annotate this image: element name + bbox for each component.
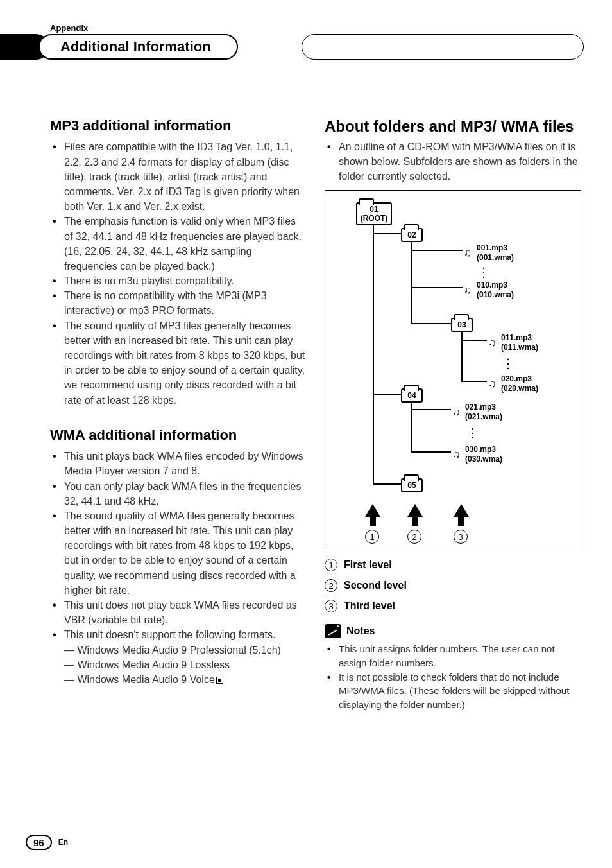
mp3-heading: MP3 additional information: [50, 117, 307, 134]
tree-line: [411, 250, 463, 251]
file-021: 021.mp3(021.wma): [452, 403, 502, 421]
page-number: 96: [26, 835, 52, 850]
up-arrow-icon: [407, 504, 423, 517]
tree-line: [461, 340, 487, 341]
tree-line: [411, 241, 412, 324]
folder-05: 05: [401, 478, 423, 492]
right-heading: About folders and MP3/ WMA files: [325, 117, 581, 135]
wma-sub-item: — Windows Media Audio 9 Voice: [50, 672, 307, 687]
level-legend: 1 First level 2 Second level 3 Third lev…: [325, 559, 581, 612]
circled-number: 1: [325, 559, 337, 571]
folder-tree-diagram: 01(ROOT) 02 03 04 05 001.mp3(001.wma) ··…: [325, 190, 581, 548]
left-column: MP3 additional information Files are com…: [50, 117, 307, 712]
list-item: You can only play back WMA files in the …: [50, 479, 307, 508]
list-item: This unit doesn't support the following …: [50, 627, 307, 642]
notes-heading: Notes: [325, 624, 581, 638]
list-item: The sound quality of MP3 files generally…: [50, 318, 307, 408]
intro-list: An outline of a CD-ROM with MP3/WMA file…: [325, 139, 581, 184]
music-note-icon: [464, 248, 474, 258]
level-label: Third level: [344, 600, 395, 612]
list-item: This unit does not play back WMA files r…: [50, 598, 307, 627]
level-row: 2 Second level: [325, 579, 581, 592]
up-arrow-icon: [365, 504, 380, 517]
notes-label: Notes: [346, 625, 375, 637]
vertical-dots-icon: ···: [471, 427, 473, 440]
list-item: Files are compatible with the ID3 Tag Ve…: [50, 139, 307, 214]
wma-heading: WMA additional information: [50, 427, 307, 444]
wma-sub-item: — Windows Media Audio 9 Professional (5.…: [50, 643, 307, 657]
file-030: 030.mp3(030.wma): [452, 445, 502, 464]
file-011: 011.mp3(011.wma): [488, 333, 538, 352]
level-label: Second level: [344, 580, 407, 591]
folder-03: 03: [451, 318, 473, 332]
circled-number: 3: [325, 600, 337, 612]
list-item: This unit plays back WMA files encoded b…: [50, 449, 307, 478]
list-item: The emphasis function is valid only when…: [50, 214, 307, 273]
tree-line: [373, 224, 374, 485]
wma-sub-item: — Windows Media Audio 9 Lossless: [50, 657, 307, 672]
pencil-icon: [325, 624, 341, 638]
list-item: This unit assigns folder numbers. The us…: [325, 642, 581, 670]
music-note-icon: [452, 449, 463, 460]
right-column: About folders and MP3/ WMA files An outl…: [325, 117, 581, 712]
notes-list: This unit assigns folder numbers. The us…: [325, 642, 581, 712]
tree-line: [411, 409, 451, 410]
tree-line: [461, 331, 463, 382]
level-row: 1 First level: [325, 559, 581, 571]
music-note-icon: [464, 285, 474, 295]
file-020: 020.mp3(020.wma): [488, 374, 538, 393]
tree-line: [411, 323, 451, 324]
title-tab-row: Additional Information: [0, 34, 612, 60]
file-010: 010.mp3(010.wma): [464, 281, 514, 299]
tree-line: [461, 381, 487, 382]
page-header: Appendix Additional Information: [0, 0, 612, 60]
end-section-icon: [216, 677, 223, 684]
level-marker-2: 2: [407, 530, 421, 544]
list-item: The sound quality of WMA files generally…: [50, 508, 307, 598]
level-marker-1: 1: [365, 530, 379, 544]
page-title: Additional Information: [60, 39, 211, 55]
appendix-label: Appendix: [50, 23, 612, 33]
file-001: 001.mp3(001.wma): [464, 243, 514, 262]
music-note-icon: [488, 338, 498, 348]
level-row: 3 Third level: [325, 600, 581, 612]
wma-bullet-list: This unit plays back WMA files encoded b…: [50, 449, 307, 642]
music-note-icon: [488, 379, 498, 389]
tree-line: [373, 233, 401, 234]
folder-root: 01(ROOT): [356, 202, 392, 225]
music-note-icon: [452, 407, 463, 417]
language-label: En: [58, 838, 68, 847]
vertical-dots-icon: ···: [507, 358, 509, 371]
circled-number: 2: [325, 579, 337, 592]
up-arrow-icon: [454, 504, 469, 517]
list-item: There is no m3u playlist compatibility.: [50, 273, 307, 288]
folder-04: 04: [401, 388, 423, 403]
list-item: There is no compatibility with the MP3i …: [50, 288, 307, 318]
title-pill: Additional Information: [38, 34, 238, 60]
empty-pill: [302, 34, 584, 60]
tree-line: [373, 394, 401, 395]
mp3-bullet-list: Files are compatible with the ID3 Tag Ve…: [50, 139, 307, 407]
level-marker-3: 3: [454, 530, 468, 544]
tree-line: [373, 483, 401, 485]
tree-line: [411, 451, 451, 453]
vertical-dots-icon: ···: [482, 266, 485, 280]
wma-sub-text: — Windows Media Audio 9 Voice: [64, 674, 215, 685]
tree-line: [411, 287, 463, 288]
level-label: First level: [344, 559, 392, 571]
list-item: An outline of a CD-ROM with MP3/WMA file…: [325, 139, 581, 184]
page-footer: 96 En: [26, 835, 68, 850]
list-item: It is not possible to check folders that…: [325, 670, 581, 712]
folder-02: 02: [401, 228, 423, 242]
